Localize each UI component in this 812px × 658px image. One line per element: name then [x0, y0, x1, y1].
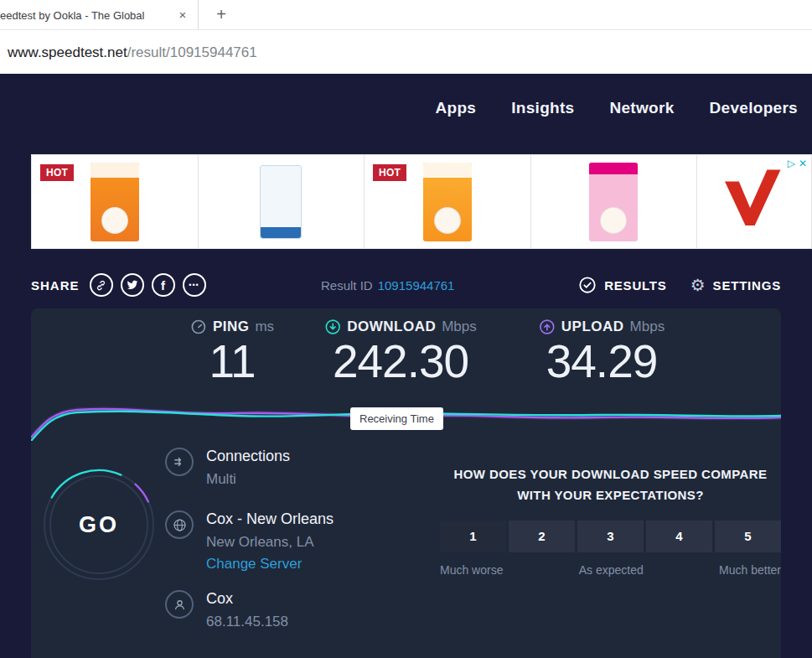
ping-value: 11 [190, 338, 274, 386]
share-facebook-icon[interactable]: f [152, 273, 175, 297]
url-path: /result/10915944761 [127, 44, 257, 61]
adchoices-icon[interactable]: ▷ [788, 158, 795, 169]
rating-button-3[interactable]: 3 [577, 521, 644, 552]
connection-details: Connections Multi Cox - New Orleans New … [165, 448, 416, 653]
rating-button-5[interactable]: 5 [715, 521, 781, 552]
upload-value: 34.29 [539, 338, 665, 386]
share-group: SHARE f ••• [31, 268, 206, 302]
nav-network[interactable]: Network [609, 99, 674, 117]
rating-label-low: Much worse [440, 563, 503, 577]
result-id-value[interactable]: 10915944761 [378, 278, 455, 293]
v-logo [719, 169, 789, 235]
person-icon [165, 590, 194, 619]
results-label: RESULTS [604, 278, 667, 293]
server-location: New Orleans, LA [206, 534, 334, 551]
rating-button-1[interactable]: 1 [440, 521, 506, 552]
go-label: GO [42, 468, 156, 582]
rating-label-mid: As expected [579, 563, 644, 577]
isp-name: Cox [206, 590, 288, 608]
browser-tab[interactable]: eedtest by Ookla - The Global × [0, 0, 199, 30]
adchoices-controls[interactable]: ▷ ✕ [788, 158, 807, 169]
share-twitter-icon[interactable] [121, 273, 144, 297]
download-unit: Mbps [442, 319, 477, 335]
ad-panel[interactable] [199, 155, 365, 248]
upload-stat: UPLOAD Mbps 34.29 [539, 319, 665, 386]
settings-button[interactable]: ⚙ SETTINGS [690, 277, 781, 293]
url-domain: www.speedtest.net [8, 44, 127, 61]
nav-insights[interactable]: Insights [511, 99, 574, 117]
hot-badge: HOT [373, 164, 406, 181]
screen: eedtest by Ookla - The Global × + www.sp… [0, 0, 812, 658]
server-name: Cox - New Orleans [206, 510, 334, 528]
connections-value: Multi [206, 471, 290, 488]
browser-tabstrip: eedtest by Ookla - The Global × + [0, 0, 812, 30]
gear-icon: ⚙ [690, 277, 706, 293]
result-card: PING ms 11 DOWNLOAD Mbps 242.30 UPLOAD M… [31, 308, 781, 658]
graph-tooltip: Receiving Time [350, 407, 443, 430]
rating-question-line2: WITH YOUR EXPECTATIONS? [440, 485, 781, 506]
upload-label: UPLOAD [561, 319, 624, 335]
site-nav: Apps Insights Network Developers [436, 99, 798, 117]
rating-section: HOW DOES YOUR DOWNLOAD SPEED COMPARE WIT… [440, 464, 781, 577]
tab-title: eedtest by Ookla - The Global [0, 9, 172, 22]
ping-icon [190, 319, 207, 335]
url-bar[interactable]: www.speedtest.net/result/10915944761 [0, 31, 812, 74]
change-server-link[interactable]: Change Server [206, 556, 334, 573]
results-button[interactable]: RESULTS [578, 276, 667, 294]
ad-panel[interactable] [531, 155, 698, 248]
toolbar-right: RESULTS ⚙ SETTINGS [578, 268, 781, 302]
ping-label: PING [213, 319, 250, 335]
go-button[interactable]: GO [42, 468, 156, 582]
rating-scale-labels: Much worse As expected Much better [440, 563, 781, 577]
upload-unit: Mbps [630, 319, 665, 335]
speedtest-page: Apps Insights Network Developers HOT HOT [0, 74, 812, 658]
check-circle-icon [578, 276, 597, 294]
upload-icon [539, 319, 556, 335]
ad-product-image [91, 163, 139, 241]
rating-button-4[interactable]: 4 [646, 521, 712, 552]
download-label: DOWNLOAD [347, 319, 436, 335]
share-link-icon[interactable] [90, 273, 113, 297]
rating-label-high: Much better [719, 563, 781, 577]
result-toolbar: SHARE f ••• Result ID 10915944761 RESULT… [31, 268, 781, 302]
download-value: 242.30 [324, 338, 477, 386]
ad-panel[interactable]: ▷ ✕ [697, 155, 811, 248]
result-id-label: Result ID [321, 278, 373, 293]
tab-close-icon[interactable]: × [175, 8, 190, 23]
download-icon [324, 319, 341, 335]
isp-row: Cox 68.11.45.158 [165, 590, 416, 635]
ad-panel[interactable]: HOT [365, 155, 531, 248]
nav-developers[interactable]: Developers [710, 99, 798, 117]
ad-product-image [423, 163, 472, 241]
ad-product-image [260, 165, 302, 239]
hot-badge: HOT [40, 164, 74, 181]
settings-label: SETTINGS [713, 278, 781, 293]
ad-panel[interactable]: HOT [32, 155, 199, 248]
share-more-icon[interactable]: ••• [183, 273, 206, 297]
rating-button-2[interactable]: 2 [509, 521, 575, 552]
rating-buttons: 1 2 3 4 5 [440, 521, 781, 552]
ping-unit: ms [255, 319, 274, 335]
ad-product-image [589, 163, 638, 241]
share-label: SHARE [31, 278, 80, 293]
connections-icon [165, 448, 194, 476]
connections-label: Connections [206, 448, 290, 465]
ping-stat: PING ms 11 [190, 319, 274, 386]
result-id: Result ID 10915944761 [321, 268, 454, 302]
connections-row: Connections Multi [165, 448, 416, 493]
rating-question-line1: HOW DOES YOUR DOWNLOAD SPEED COMPARE [440, 464, 781, 485]
ad-banner: HOT HOT ▷ ✕ [31, 154, 812, 249]
server-row: Cox - New Orleans New Orleans, LA Change… [165, 510, 416, 573]
isp-ip: 68.11.45.158 [206, 614, 288, 630]
globe-icon [165, 510, 194, 539]
download-stat: DOWNLOAD Mbps 242.30 [324, 319, 477, 386]
new-tab-button[interactable]: + [211, 5, 231, 25]
nav-apps[interactable]: Apps [436, 99, 477, 117]
ad-close-icon[interactable]: ✕ [799, 158, 807, 169]
